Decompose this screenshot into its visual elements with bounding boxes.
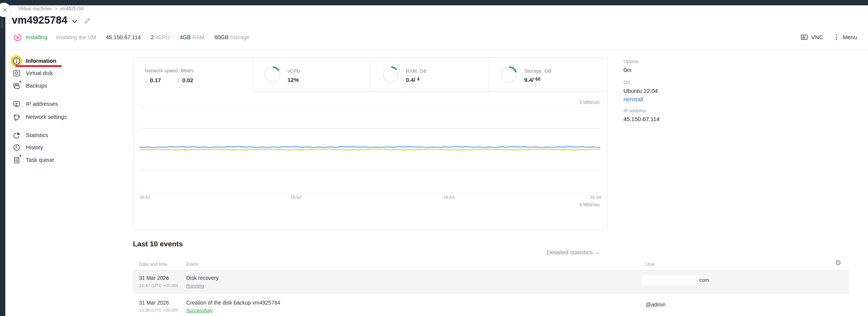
left-strip-notch — [1, 20, 3, 28]
backups-icon — [12, 81, 21, 90]
sidebar-item-label: Statistics — [26, 132, 48, 138]
x-tick: 16:51 — [139, 195, 150, 199]
sidebar-item-task-queue[interactable]: Task queue — [5, 155, 54, 165]
breadcrumb-parent[interactable]: Virtual machines — [18, 6, 52, 11]
metric-tabs: Network speed, Mbit/s ↓ 0.17 ↑ 0.02 vCPU… — [133, 58, 607, 92]
tab-label: Storage, GB — [524, 68, 551, 74]
active-item-underline — [15, 65, 62, 67]
tab-label: RAM, GB — [406, 68, 427, 74]
chevron-down-icon[interactable] — [72, 20, 77, 23]
event-title: Creation of the disk backup vm4925784 — [186, 300, 280, 306]
cpu-usage-value: 12% — [288, 77, 301, 83]
redacted-user-box — [642, 275, 698, 285]
table-settings-gear-icon[interactable]: ⚙ — [835, 259, 841, 267]
menu-button[interactable]: ⋮ Menu — [833, 33, 857, 41]
sidebar-item-label: History — [26, 144, 43, 150]
sidebar-item-label: Task queue — [26, 157, 54, 163]
installing-spinner-icon — [14, 34, 22, 41]
os-block: OS Ubuntu 22.04 reinstall — [623, 80, 658, 102]
x-tick: 16:53 — [444, 195, 455, 199]
event-user: com — [699, 277, 709, 283]
event-status-link[interactable]: Running — [186, 283, 204, 289]
download-value: 0.17 — [150, 77, 161, 83]
ram-gauge — [382, 65, 400, 84]
event-time: 13:47 (UTC +00:00) — [139, 283, 178, 288]
column-header-event: Event — [186, 262, 198, 267]
clock-icon — [12, 143, 21, 152]
sidebar-item-history[interactable]: History — [5, 142, 43, 153]
ip-block: IP address 45.150.67.114 — [623, 108, 660, 122]
svg-text:IP: IP — [15, 102, 18, 105]
x-tick: 16:54 — [590, 195, 601, 199]
event-time: 13:36 (UTC +00:00) — [139, 308, 178, 313]
network-speed-chart: 5 Mbit/sec 16:51 16:52 16:53 16:54 5 Mbi… — [133, 92, 607, 229]
os-value: Ubuntu 22.04 — [623, 88, 658, 94]
sidebar-item-network-settings[interactable]: Network settings — [5, 112, 67, 122]
red-dot-badge — [19, 155, 22, 157]
sidebar-item-label: Network settings — [26, 114, 67, 120]
pie-chart-icon — [12, 131, 21, 139]
cpu-gauge — [263, 65, 281, 84]
upload-value: 0.02 — [182, 77, 193, 83]
top-bar — [0, 0, 868, 5]
table-row — [133, 271, 849, 294]
breadcrumb: Virtual machines > vm4925784 — [18, 6, 84, 11]
reinstall-link[interactable]: reinstall — [623, 96, 658, 102]
sidebar-item-label: IP addresses — [26, 101, 58, 107]
network-icon — [12, 113, 21, 121]
task-list-icon — [12, 156, 21, 164]
status-detail: enabling the VM — [56, 34, 96, 40]
edit-pencil-icon[interactable] — [83, 17, 91, 25]
menu-label: Menu — [842, 34, 857, 40]
sidebar-item-backups[interactable]: Backups — [5, 80, 47, 91]
y-axis-label-bottom: 5 Mbit/sec — [579, 202, 600, 207]
statistics-card: Network speed, Mbit/s ↓ 0.17 ↑ 0.02 vCPU… — [133, 57, 607, 230]
sidebar-item-label: Information — [26, 58, 56, 64]
x-tick: 16:52 — [291, 195, 302, 199]
event-date: 31 Mar 2026 — [139, 300, 169, 306]
column-header-user: User — [646, 262, 655, 267]
page-title: vm4925784 — [12, 14, 67, 26]
sidebar-item-statistics[interactable]: Statistics — [5, 130, 48, 140]
upload-arrow-icon: ↑ — [177, 77, 180, 83]
sidebar-item-ip-addresses[interactable]: IP IP addresses — [5, 99, 58, 109]
breadcrumb-current: vm4925784 — [60, 6, 84, 11]
spec-cpu: 2vCPU — [151, 34, 170, 40]
vm-status-row: Installing enabling the VM 45.150.67.114… — [14, 33, 249, 41]
kebab-menu-icon: ⋮ — [833, 33, 839, 41]
events-heading: Last 10 events — [133, 240, 183, 248]
event-title: Disk recovery — [186, 275, 219, 281]
tab-network-speed[interactable]: Network speed, Mbit/s ↓ 0.17 ↑ 0.02 — [133, 58, 252, 92]
disk-icon — [12, 69, 21, 77]
status-badge: Installing — [26, 34, 47, 40]
event-user: @admin — [646, 302, 665, 308]
spec-storage: 60GBStorage — [214, 34, 249, 40]
os-label: OS — [623, 80, 658, 85]
uptime-block: Uptime 0m — [623, 59, 639, 73]
close-icon: ✕ — [2, 6, 8, 14]
detailed-statistics-link[interactable]: Detailed statistics → — [547, 249, 600, 256]
vnc-label: VNC — [811, 34, 823, 40]
vnc-button[interactable]: VNC — [800, 33, 823, 41]
sidebar-item-virtual-disk[interactable]: Virtual disk — [5, 68, 53, 78]
left-strip — [0, 0, 5, 316]
sidebar-item-information[interactable]: Information — [5, 56, 56, 66]
event-status-link[interactable]: Successfully — [186, 308, 213, 313]
header-divider — [5, 49, 868, 49]
sidebar-item-label: Backups — [26, 83, 47, 89]
event-date: 31 Mar 2026 — [139, 275, 169, 281]
sidebar-item-label: Virtual disk — [26, 70, 53, 76]
tab-ram[interactable]: RAM, GB 0.4/ 4 — [371, 58, 489, 92]
storage-gauge — [500, 65, 518, 84]
spec-ram: 4GBRAM — [180, 34, 205, 40]
uptime-label: Uptime — [623, 59, 639, 64]
column-header-date: Date and time — [139, 262, 168, 267]
tab-label: vCPU — [288, 68, 301, 74]
download-arrow-icon: ↓ — [145, 77, 148, 83]
tab-vcpu[interactable]: vCPU 12% — [252, 58, 371, 92]
storage-usage-value: 9.4/ 60 — [524, 77, 551, 83]
tab-storage[interactable]: Storage, GB 9.4/ 60 — [489, 58, 607, 92]
vnc-cast-icon — [800, 33, 808, 41]
vm-ip: 45.150.67.114 — [106, 34, 141, 40]
ip-value: 45.150.67.114 — [623, 116, 660, 122]
